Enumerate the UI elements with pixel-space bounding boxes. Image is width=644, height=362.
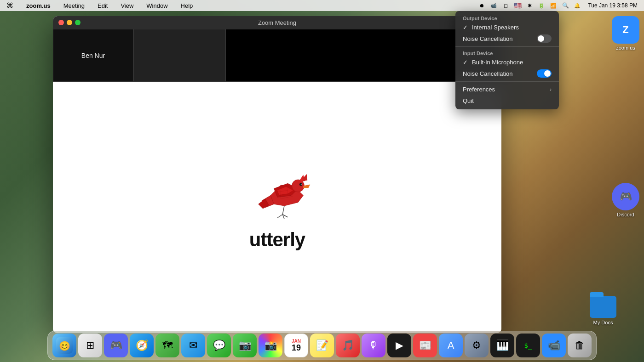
dock-discord[interactable]: 🎮 <box>104 334 128 357</box>
video-tile-ben: Ben Nur <box>53 29 133 82</box>
video-tile-2 <box>133 29 225 82</box>
svg-line-11 <box>282 206 284 215</box>
menu-window[interactable]: Window <box>144 1 170 10</box>
notification-icon[interactable]: 🔔 <box>573 2 581 9</box>
dock-trash[interactable]: 🗑 <box>568 334 592 357</box>
dock-calendar[interactable]: JAN19 <box>284 334 308 357</box>
svg-point-10 <box>300 183 301 184</box>
menu-help[interactable]: Help <box>178 1 196 10</box>
dock-terminal[interactable]: $_ <box>516 334 540 357</box>
dock-notes[interactable]: 📝 <box>310 334 334 357</box>
toggle-knob <box>538 35 544 42</box>
preferences-item[interactable]: Preferences › <box>455 84 559 95</box>
window-title: Zoom Meeting <box>258 19 296 26</box>
zoom-app-icon: Z <box>612 16 639 44</box>
minimize-button[interactable] <box>67 20 72 25</box>
dock-launchpad[interactable]: ⊞ <box>78 334 102 357</box>
input-noise-cancellation-row: Noise Cancellation <box>455 68 559 79</box>
record-icon[interactable]: ⏺ <box>477 2 486 9</box>
dock-zoom[interactable]: 📹 <box>542 334 566 357</box>
utterly-text: utterly <box>249 229 305 251</box>
discord-app-icon: 🎮 <box>612 183 639 210</box>
apple-menu[interactable]: ⌘ <box>4 0 16 11</box>
zoom-app-label: zoom.us <box>616 45 635 51</box>
input-noise-cancel-label: Noise Cancellation <box>463 70 537 77</box>
input-noise-cancel-toggle[interactable] <box>537 69 552 78</box>
input-device-header: Input Device <box>455 49 559 57</box>
datetime: Tue Jan 19 3:58 PM <box>585 1 640 10</box>
dock-maps[interactable]: 🗺 <box>155 334 179 357</box>
quit-label: Quit <box>463 97 552 104</box>
folder-icon <box>590 296 616 318</box>
dock-finder[interactable]: 😊 <box>52 334 76 357</box>
dock-news[interactable]: 📰 <box>413 334 437 357</box>
folder-label: My Docs <box>593 320 613 325</box>
utterly-logo <box>241 164 314 220</box>
dock-piano[interactable]: 🎹 <box>490 334 514 357</box>
zoom-window: Zoom Meeting Ben Nur <box>53 16 501 333</box>
output-device-header: Output Device <box>455 14 559 22</box>
search-icon[interactable]: 🔍 <box>561 2 569 9</box>
dock: 😊 ⊞ 🎮 🧭 🗺 ✉ 💬 📷 📸 <box>47 331 597 360</box>
dock-safari[interactable]: 🧭 <box>130 334 154 357</box>
dock-messages[interactable]: 💬 <box>207 334 231 357</box>
discord-app-label: Discord <box>617 212 634 217</box>
built-in-mic-label: Built-in Microphone <box>472 59 552 66</box>
dropdown-menu: Output Device ✓ Internal Speakers Noise … <box>455 11 559 109</box>
internal-speakers-option[interactable]: ✓ Internal Speakers <box>455 22 559 33</box>
zoom-content: utterly <box>53 82 501 333</box>
screen-icon[interactable]: ◻ <box>501 2 510 9</box>
dock-facetime[interactable]: 📷 <box>233 334 257 357</box>
toggle-knob-2 <box>544 70 551 77</box>
right-dock-items: Z zoom.us 🎮 Discord <box>612 16 639 217</box>
dock-appletv[interactable]: ▶ <box>387 334 411 357</box>
battery-icon[interactable]: 🔋 <box>537 2 546 9</box>
traffic-lights <box>58 20 80 25</box>
built-in-mic-option[interactable]: ✓ Built-in Microphone <box>455 57 559 68</box>
desktop: ⌘ zoom.us Meeting Edit View Window Help … <box>0 0 644 362</box>
app-menu-zoom[interactable]: zoom.us <box>23 1 53 10</box>
dock-music[interactable]: 🎵 <box>336 334 360 357</box>
output-noise-cancel-toggle[interactable] <box>537 34 552 43</box>
close-button[interactable] <box>58 20 64 25</box>
maximize-button[interactable] <box>75 20 80 25</box>
dock-photos[interactable]: 📸 <box>259 334 282 357</box>
menubar-left: ⌘ zoom.us Meeting Edit View Window Help <box>4 0 196 11</box>
menu-divider-2 <box>455 81 559 82</box>
bluetooth-icon[interactable]: ✱ <box>525 2 534 9</box>
my-docs-folder[interactable]: My Docs <box>590 296 616 325</box>
zoom-tray-icon[interactable]: 📹 <box>489 2 498 9</box>
menubar: ⌘ zoom.us Meeting Edit View Window Help … <box>0 0 644 11</box>
quit-item[interactable]: Quit <box>455 95 559 107</box>
output-noise-cancel-label: Noise Cancellation <box>463 35 537 42</box>
dock-appstore[interactable]: A <box>439 334 463 357</box>
menu-edit[interactable]: Edit <box>95 1 110 10</box>
wifi-icon[interactable]: 📶 <box>549 2 558 9</box>
checkmark-icon: ✓ <box>463 24 469 31</box>
svg-text:😊: 😊 <box>59 340 70 351</box>
output-noise-cancellation-row: Noise Cancellation <box>455 33 559 45</box>
menu-view[interactable]: View <box>118 1 136 10</box>
dock-mail[interactable]: ✉ <box>181 334 205 357</box>
flag-icon[interactable]: 🇺🇸 <box>513 2 522 9</box>
chevron-right-icon: › <box>550 86 552 93</box>
menu-divider-1 <box>455 46 559 47</box>
menubar-right: ⏺ 📹 ◻ 🇺🇸 ✱ 🔋 📶 🔍 🔔 Tue Jan 19 3:58 PM <box>477 1 640 10</box>
discord-app-container[interactable]: 🎮 Discord <box>612 183 639 217</box>
menu-meeting[interactable]: Meeting <box>61 1 87 10</box>
checkmark-icon-2: ✓ <box>463 59 469 66</box>
preferences-label: Preferences <box>463 86 550 93</box>
zoom-app-container[interactable]: Z zoom.us <box>612 16 639 51</box>
participant-name: Ben Nur <box>81 52 105 59</box>
svg-line-12 <box>277 214 282 218</box>
zoom-video-area: Ben Nur <box>53 29 501 82</box>
dock-podcasts[interactable]: 🎙 <box>362 334 385 357</box>
dock-sysprefs[interactable]: ⚙ <box>465 334 489 357</box>
internal-speakers-label: Internal Speakers <box>472 24 552 31</box>
zoom-titlebar: Zoom Meeting <box>53 16 501 29</box>
